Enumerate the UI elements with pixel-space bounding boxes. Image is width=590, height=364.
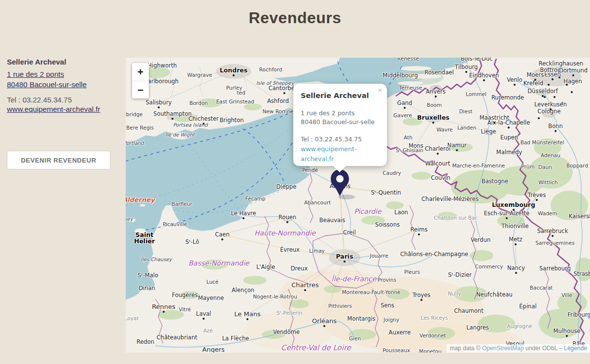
map-label: Sᵗ-Pellerin bbox=[277, 310, 302, 316]
map-place-dot bbox=[286, 221, 288, 223]
zoom-control: + − bbox=[132, 63, 149, 99]
map-label: Fougères bbox=[172, 292, 198, 298]
map-place-dot bbox=[323, 325, 325, 327]
map-label: Chaumont bbox=[454, 308, 484, 314]
map-label: Joigny bbox=[383, 317, 399, 323]
map-place-dot bbox=[534, 79, 536, 81]
map-label: Bad Münstereifel bbox=[521, 140, 564, 145]
map-label: Pithiviers bbox=[328, 303, 352, 309]
map-label: Laval bbox=[196, 311, 211, 317]
zoom-out-button[interactable]: − bbox=[132, 81, 149, 99]
map-label: Bastogne bbox=[482, 178, 508, 184]
map-label: Ashford bbox=[267, 98, 289, 104]
map-label: Nogent-le-Rotrou bbox=[253, 294, 297, 299]
map-label: Wittlich bbox=[538, 180, 558, 185]
map-place-dot bbox=[437, 153, 439, 155]
become-reseller-button[interactable]: DEVENIR REVENDEUR bbox=[7, 151, 110, 169]
map-label: Recklinghausen bbox=[539, 61, 584, 66]
map-label: Chichester bbox=[188, 116, 219, 122]
map-label: Montargis bbox=[347, 316, 376, 322]
popup-phone: Tel : 03.22.45.34.75 bbox=[301, 135, 380, 144]
map-label: Soissons bbox=[375, 222, 400, 228]
map-place-dot bbox=[465, 71, 467, 73]
map-place-dot bbox=[515, 272, 517, 274]
map-label: Redon bbox=[137, 339, 154, 345]
map-label: Creil bbox=[343, 230, 356, 235]
map-label: Middelbourg bbox=[382, 72, 417, 78]
map-label: Esch-sur-Alzette bbox=[484, 210, 529, 216]
map-place-dot bbox=[456, 149, 458, 151]
legend-link[interactable]: – Légende bbox=[559, 345, 587, 352]
map-label: Sᵗ-Quentin bbox=[371, 190, 401, 196]
dealer-address-line1-link[interactable]: 1 rue des 2 ponts bbox=[7, 69, 64, 79]
map-label: Orléans bbox=[312, 318, 337, 325]
map-place-dot bbox=[513, 209, 515, 211]
map-label: Marche-en-Famenne bbox=[452, 163, 505, 168]
map-label: Salisbury bbox=[146, 99, 172, 105]
map-label: Gien bbox=[349, 336, 361, 341]
map-label: Commercy bbox=[475, 264, 503, 269]
map-label: Évreux bbox=[280, 247, 300, 253]
map-label: Wavre bbox=[437, 127, 453, 132]
map-label: Auxerre bbox=[389, 330, 411, 335]
map-label: Saint Helier bbox=[134, 232, 155, 244]
map[interactable]: HighworthLondresRochfordWargraveMarlboro… bbox=[126, 58, 590, 353]
map-label: Cologne bbox=[538, 108, 561, 114]
map-label: Landen bbox=[457, 125, 477, 131]
popup-close-icon[interactable]: × bbox=[378, 86, 382, 96]
map-place-dot bbox=[536, 199, 538, 201]
map-label: Dreux bbox=[291, 265, 308, 271]
map-label: Couvin bbox=[431, 175, 451, 181]
map-label: Pleurs bbox=[404, 269, 420, 275]
map-label: Rouen bbox=[278, 214, 296, 220]
map-label: Laon bbox=[394, 209, 408, 215]
map-label: Picardie bbox=[354, 208, 381, 215]
map-place-dot bbox=[493, 122, 495, 124]
map-label: Les Riceys bbox=[420, 315, 448, 321]
map-label: Mulhouse bbox=[553, 328, 580, 334]
map-label: Abancourt bbox=[304, 200, 331, 205]
map-place-dot bbox=[566, 335, 568, 337]
map-label: Thionville bbox=[501, 223, 528, 229]
map-label: Bruxelles bbox=[417, 114, 450, 121]
map-place-dot bbox=[203, 123, 205, 125]
map-label: Krefeld bbox=[523, 80, 544, 86]
zoom-in-button[interactable]: + bbox=[132, 63, 149, 81]
dealer-name: Sellerie Archeval bbox=[7, 58, 121, 66]
map-label: Eupen bbox=[500, 134, 518, 140]
map-label: Épinal bbox=[519, 303, 536, 309]
osm-attribution-link[interactable]: OpenStreetMap bbox=[482, 345, 524, 352]
map-label: Limay bbox=[309, 248, 325, 254]
map-label: Highworth bbox=[147, 63, 176, 68]
map-label: Sens bbox=[381, 302, 394, 308]
map-place-dot bbox=[203, 318, 205, 320]
map-label: Strasbourg bbox=[573, 271, 590, 277]
map-label: Lommel bbox=[466, 92, 486, 97]
map-label: Caen bbox=[215, 232, 229, 237]
map-place-dot bbox=[420, 299, 422, 301]
map-place-dot bbox=[243, 217, 244, 219]
map-label: Sᵗ-Ghislain bbox=[396, 148, 423, 153]
map-label: Eindhoven bbox=[469, 72, 499, 78]
dealer-website-link[interactable]: www.equipement-archeval.fr bbox=[7, 105, 100, 113]
map-label: Centre-Val de Loire bbox=[281, 344, 351, 352]
map-place-dot bbox=[163, 311, 165, 313]
map-label: New Romney bbox=[262, 109, 296, 114]
dealer-address-line2-link[interactable]: 80480 Bacouel-sur-selle bbox=[7, 79, 87, 90]
dealer-phone: Tel : 03.22.45.34.75 bbox=[7, 95, 121, 105]
map-label: ted bbox=[237, 90, 245, 96]
popup-title: Sellerie Archeval bbox=[301, 92, 380, 99]
map-label: Alderney bbox=[126, 197, 155, 203]
map-label: Moers bbox=[527, 72, 544, 78]
map-place-dot bbox=[435, 96, 437, 98]
map-label: albridge bbox=[126, 112, 143, 117]
map-label: Essen bbox=[544, 71, 561, 77]
map-label: Bordon bbox=[189, 100, 208, 106]
map-label: Nancy bbox=[507, 265, 525, 271]
map-label: Dinan bbox=[139, 285, 155, 291]
map-place-dot bbox=[515, 243, 517, 245]
popup-website-link[interactable]: www.equipement-archeval.fr bbox=[301, 145, 356, 163]
map-place-dot bbox=[506, 217, 508, 219]
map-label: Namur bbox=[448, 142, 467, 148]
map-label: Monetou bbox=[419, 349, 442, 353]
